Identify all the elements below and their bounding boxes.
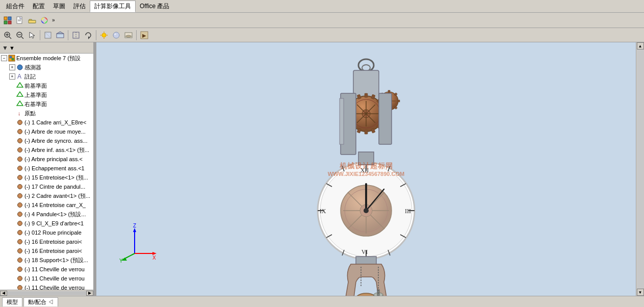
tree-item-icon bbox=[16, 247, 23, 254]
svg-marker-41 bbox=[17, 92, 23, 96]
svg-point-55 bbox=[19, 167, 21, 169]
tree-item[interactable]: (-) 11 Cheville de verrou bbox=[0, 274, 93, 283]
scroll-right-btn[interactable]: ▶ bbox=[86, 291, 93, 296]
status-tab-motion[interactable]: 動/配合 ◁ bbox=[23, 297, 58, 306]
tree-item-icon bbox=[16, 119, 23, 126]
tree-item[interactable]: (-) 17 Cintre de pandul... bbox=[0, 182, 93, 191]
tree-root[interactable]: − Ensemble modele 7 (預設 bbox=[0, 54, 93, 63]
tree-item-icon bbox=[16, 238, 23, 245]
svg-text:↓: ↓ bbox=[18, 110, 21, 116]
right-scroll-track[interactable] bbox=[637, 49, 644, 289]
tree-item[interactable]: (-) Echappement ass.<1 bbox=[0, 164, 93, 173]
tree-item[interactable]: (-) 11 Cheville de verrou bbox=[0, 283, 93, 290]
tree-item[interactable]: (-) 012 Roue principale bbox=[0, 228, 93, 237]
menu-sketch[interactable]: 草圖 bbox=[49, 1, 69, 12]
svg-rect-1 bbox=[8, 17, 11, 20]
menu-evaluate[interactable]: 評估 bbox=[69, 1, 90, 12]
svg-rect-114 bbox=[388, 90, 390, 93]
svg-marker-166 bbox=[133, 228, 136, 232]
tree-item-icon bbox=[16, 165, 23, 172]
tree-container[interactable]: − Ensemble modele 7 (預設 +感測器+A註記前基準面上基準面… bbox=[0, 54, 93, 290]
menu-office[interactable]: Office 產品 bbox=[136, 1, 173, 12]
zoom-out-btn[interactable] bbox=[14, 30, 25, 41]
filter-icon: ▼ bbox=[2, 44, 8, 52]
svg-rect-155 bbox=[358, 152, 374, 165]
select-btn[interactable] bbox=[27, 30, 38, 41]
svg-point-71 bbox=[19, 241, 21, 243]
root-expand[interactable]: − bbox=[1, 55, 7, 61]
tree-item[interactable]: (-) 1 Cadre arri_X_E8re< bbox=[0, 118, 93, 127]
tree-item[interactable]: +A註記 bbox=[0, 72, 93, 81]
status-tab-model[interactable]: 模型 bbox=[2, 297, 22, 306]
tree-item[interactable]: 右基準面 bbox=[0, 99, 93, 109]
tree-expand-btn[interactable]: + bbox=[9, 73, 15, 80]
toolbar-btn-color[interactable] bbox=[39, 15, 50, 26]
tree-item[interactable]: (-) 18 Support<1> (預設... bbox=[0, 255, 93, 265]
svg-rect-7 bbox=[29, 20, 36, 23]
svg-line-14 bbox=[21, 37, 23, 39]
tree-item[interactable]: (-) Arbre principal ass.< bbox=[0, 155, 93, 164]
appearance-btn[interactable] bbox=[111, 30, 122, 41]
tree-item[interactable]: 前基準面 bbox=[0, 81, 93, 90]
svg-rect-0 bbox=[4, 17, 7, 20]
tree-item[interactable]: (-) 14 Entretoise carr_X_ bbox=[0, 200, 93, 210]
tree-item-label: (-) Arbre de syncro. ass... bbox=[24, 138, 87, 144]
filter-row: ▼ ▼ bbox=[0, 42, 93, 54]
tree-item[interactable]: (-) 16 Entretoise paroi< bbox=[0, 237, 93, 246]
tree-item-label: (-) 11 Cheville de verrou bbox=[24, 275, 85, 282]
tree-item[interactable]: (-) Arbre de syncro. ass... bbox=[0, 136, 93, 145]
toolbar-btn-open[interactable] bbox=[27, 15, 38, 26]
right-scrollbar: ▲ ▼ bbox=[636, 42, 644, 296]
tree-item[interactable]: (-) 16 Entretoise paroi< bbox=[0, 246, 93, 255]
tree-item[interactable]: (-) 4 Pandule<1> (預設... bbox=[0, 210, 93, 219]
menu-config[interactable]: 配置 bbox=[29, 1, 49, 12]
shading-btn[interactable] bbox=[42, 30, 54, 41]
section-btn[interactable] bbox=[70, 30, 82, 41]
feature-tree-panel: ▼ ▼ − Ensemble modele 7 (預設 +感測器+A註記前基準面… bbox=[0, 42, 94, 296]
view-orient-btn[interactable] bbox=[55, 30, 66, 41]
tree-item[interactable]: (-) 9 Cl_X_E9 d'arbre<1 bbox=[0, 219, 93, 228]
h-scrollbar[interactable]: ◀ ▶ bbox=[0, 290, 93, 296]
tree-item-icon bbox=[16, 275, 23, 282]
light-btn[interactable] bbox=[98, 30, 110, 41]
svg-point-32 bbox=[126, 35, 131, 37]
svg-point-59 bbox=[19, 186, 21, 188]
tree-expand-btn[interactable]: + bbox=[9, 64, 15, 70]
toolbar-expand[interactable]: » bbox=[51, 17, 56, 23]
scroll-left-btn[interactable]: ◀ bbox=[0, 291, 7, 296]
menu-assembly[interactable]: 組合件 bbox=[2, 1, 29, 12]
tree-item-label: (-) 11 Cheville de verrou bbox=[24, 266, 85, 272]
svg-point-47 bbox=[19, 131, 21, 133]
tree-item[interactable]: (-) 2 Cadre avant<1> (預... bbox=[0, 191, 93, 200]
tree-item[interactable]: ↓原點 bbox=[0, 109, 93, 118]
svg-point-75 bbox=[19, 259, 21, 261]
sep1 bbox=[40, 30, 40, 40]
tree-item-label: (-) 4 Pandule<1> (預設... bbox=[24, 211, 86, 218]
tree-item-label: (-) Echappement ass.<1 bbox=[24, 165, 85, 171]
toolbar-btn-new[interactable] bbox=[14, 15, 25, 26]
tree-item[interactable]: (-) 11 Cheville de verrou bbox=[0, 265, 93, 274]
toolbar-btn-1[interactable] bbox=[2, 15, 13, 26]
scroll-down-btn[interactable]: ▼ bbox=[637, 289, 644, 296]
tree-item-icon bbox=[16, 146, 23, 154]
menu-compute[interactable]: 計算影像工具 bbox=[90, 1, 136, 12]
scroll-up-btn[interactable]: ▲ bbox=[637, 42, 644, 49]
viewport[interactable]: XII III VI IX bbox=[96, 42, 636, 296]
rotate-btn[interactable] bbox=[83, 30, 94, 41]
tree-item[interactable]: +感測器 bbox=[0, 63, 93, 72]
tree-item[interactable]: (-) Arbre inf. ass.<1> (預... bbox=[0, 145, 93, 155]
tree-item-icon bbox=[16, 91, 23, 98]
tree-item[interactable]: (-) Arbre de roue moye... bbox=[0, 127, 93, 136]
render-btn[interactable]: ▶ bbox=[139, 30, 150, 41]
tree-item-label: 感測器 bbox=[24, 64, 41, 71]
scene-btn[interactable] bbox=[123, 30, 134, 41]
zoom-in-btn[interactable] bbox=[2, 30, 13, 41]
svg-rect-93 bbox=[365, 130, 368, 134]
tree-item[interactable]: (-) 15 Entretoise<1> (預... bbox=[0, 173, 93, 182]
svg-point-73 bbox=[19, 250, 21, 252]
tree-item-icon bbox=[16, 128, 23, 135]
tree-item-icon bbox=[16, 192, 23, 199]
sep4 bbox=[136, 30, 137, 40]
tree-item-icon: ↓ bbox=[16, 110, 23, 117]
tree-item[interactable]: 上基準面 bbox=[0, 90, 93, 99]
